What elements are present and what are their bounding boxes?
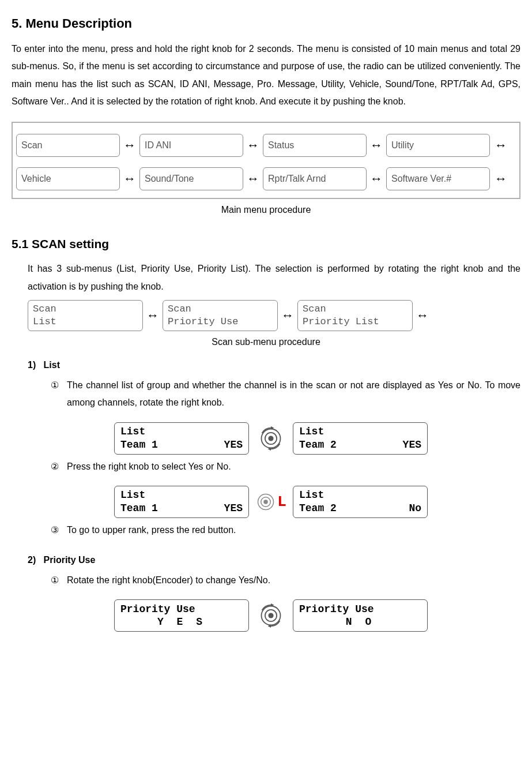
scan-cell-list: Scan List xyxy=(28,300,143,331)
section-title: 5. Menu Description xyxy=(12,12,520,36)
press-knob-icon: L xyxy=(252,492,289,512)
scan-cell-line2: Priority List xyxy=(303,316,412,328)
lcd-line2-left: Team 1 xyxy=(120,438,158,452)
list-item-1: ① The channel list of group and whether … xyxy=(51,377,520,412)
lcd-line2-right: YES xyxy=(224,438,243,452)
circled-number: ① xyxy=(51,377,67,412)
list-heading: 1) List xyxy=(28,357,520,374)
menu-cell-scan: Scan xyxy=(16,134,120,157)
menu-cell-software-ver: Software Ver.# xyxy=(386,167,490,190)
lcd-box-team1-yes: List Team 1 YES xyxy=(114,422,249,455)
lcd-line1: Priority Use xyxy=(120,603,243,616)
double-arrow-icon: ↔ xyxy=(123,133,136,157)
list-item-text: To go to upper rank, press the red butto… xyxy=(67,522,520,539)
lcd-line2-left: Team 2 xyxy=(299,502,337,515)
lcd-box-team1-yes-b: List Team 1 YES xyxy=(114,486,249,518)
scan-submenu-diagram: Scan List ↔ Scan Priority Use ↔ Scan Pri… xyxy=(28,300,520,331)
menu-cell-sound-tone: Sound/Tone xyxy=(139,167,243,190)
lcd-line2-right: YES xyxy=(403,438,421,452)
list-item-2: ② Press the right knob to select Yes or … xyxy=(51,458,520,475)
rotate-knob-icon xyxy=(252,603,289,628)
priority-heading-text: Priority Use xyxy=(44,555,96,565)
list-item-text: Press the right knob to select Yes or No… xyxy=(67,458,520,475)
scan-section-title: 5.1 SCAN setting xyxy=(12,232,520,256)
lcd-box-team2-no: List Team 2 No xyxy=(293,486,428,518)
scan-submenu-caption: Scan sub-menu procedure xyxy=(12,333,520,351)
double-arrow-icon: ↔ xyxy=(495,167,507,191)
scan-cell-priority-list: Scan Priority List xyxy=(297,300,413,331)
double-arrow-icon: ↔ xyxy=(123,167,136,191)
circled-number: ① xyxy=(51,572,67,589)
list-heading-text: List xyxy=(44,360,60,370)
main-menu-row-1: Scan ↔ ID ANI ↔ Status ↔ Utility ↔ xyxy=(16,133,516,157)
menu-cell-status: Status xyxy=(263,134,367,157)
lcd-line2-right: YES xyxy=(224,502,243,515)
scan-cell-priority-use: Scan Priority Use xyxy=(163,300,278,331)
svg-point-2 xyxy=(268,436,273,441)
double-arrow-icon: ↔ xyxy=(370,133,383,157)
scan-section-intro: It has 3 sub-menus (List, Priority Use, … xyxy=(28,260,520,295)
lcd-line2-center: Y E S xyxy=(157,616,206,629)
main-menu-diagram: Scan ↔ ID ANI ↔ Status ↔ Utility ↔ Vehic… xyxy=(12,122,520,199)
main-menu-row-2: Vehicle ↔ Sound/Tone ↔ Rptr/Talk Arnd ↔ … xyxy=(16,167,516,191)
lcd-box-priority-no: Priority Use N O xyxy=(293,599,428,632)
scan-cell-line2: Priority Use xyxy=(168,316,277,328)
rotate-knob-icon xyxy=(252,426,289,451)
menu-cell-rptr-talk: Rptr/Talk Arnd xyxy=(263,167,367,190)
section-intro: To enter into the menu, press and hold t… xyxy=(12,40,520,111)
double-arrow-icon: ↔ xyxy=(416,303,429,328)
double-arrow-icon: ↔ xyxy=(247,167,259,191)
double-arrow-icon: ↔ xyxy=(281,303,294,328)
svg-point-10 xyxy=(268,613,273,618)
svg-point-7 xyxy=(263,500,268,504)
priority-heading: 2) Priority Use xyxy=(28,552,520,569)
menu-cell-id-ani: ID ANI xyxy=(139,134,243,157)
lcd-line1: List xyxy=(120,489,243,502)
main-menu-caption: Main menu procedure xyxy=(12,201,520,219)
lcd-line1: List xyxy=(299,489,421,502)
menu-cell-vehicle: Vehicle xyxy=(16,167,120,190)
menu-cell-utility: Utility xyxy=(386,134,490,157)
lcd-line1: List xyxy=(299,425,421,438)
lcd-line2-left: Team 1 xyxy=(120,502,158,515)
list-item-text: The channel list of group and whether th… xyxy=(67,377,520,412)
red-press-indicator-icon: L xyxy=(277,494,286,509)
lcd-row-list-press: List Team 1 YES L List Team 2 No xyxy=(114,486,520,518)
circled-number: ③ xyxy=(51,522,67,539)
lcd-box-priority-yes: Priority Use Y E S xyxy=(114,599,249,632)
lcd-row-list-rotate: List Team 1 YES List Team 2 YES xyxy=(114,422,520,455)
double-arrow-icon: ↔ xyxy=(247,133,259,157)
list-heading-num: 1) xyxy=(28,360,36,370)
scan-cell-line2: List xyxy=(33,316,142,328)
lcd-line1: List xyxy=(120,425,243,438)
scan-cell-line1: Scan xyxy=(303,303,412,316)
double-arrow-icon: ↔ xyxy=(146,303,159,328)
circled-number: ② xyxy=(51,458,67,475)
lcd-line2-left: Team 2 xyxy=(299,438,337,452)
double-arrow-icon: ↔ xyxy=(495,133,507,157)
lcd-box-team2-yes: List Team 2 YES xyxy=(293,422,428,455)
lcd-row-priority: Priority Use Y E S Priority Use N O xyxy=(114,599,520,632)
list-item-3: ③ To go to upper rank, press the red but… xyxy=(51,522,520,539)
lcd-line2-right: No xyxy=(409,502,421,515)
priority-item-text: Rotate the right knob(Encoder) to change… xyxy=(67,572,520,589)
scan-cell-line1: Scan xyxy=(168,303,277,316)
lcd-line1: Priority Use xyxy=(299,603,421,616)
scan-cell-line1: Scan xyxy=(33,303,142,316)
lcd-line2-center: N O xyxy=(346,616,375,629)
double-arrow-icon: ↔ xyxy=(370,167,383,191)
priority-item-1: ① Rotate the right knob(Encoder) to chan… xyxy=(51,572,520,589)
priority-heading-num: 2) xyxy=(28,555,36,565)
